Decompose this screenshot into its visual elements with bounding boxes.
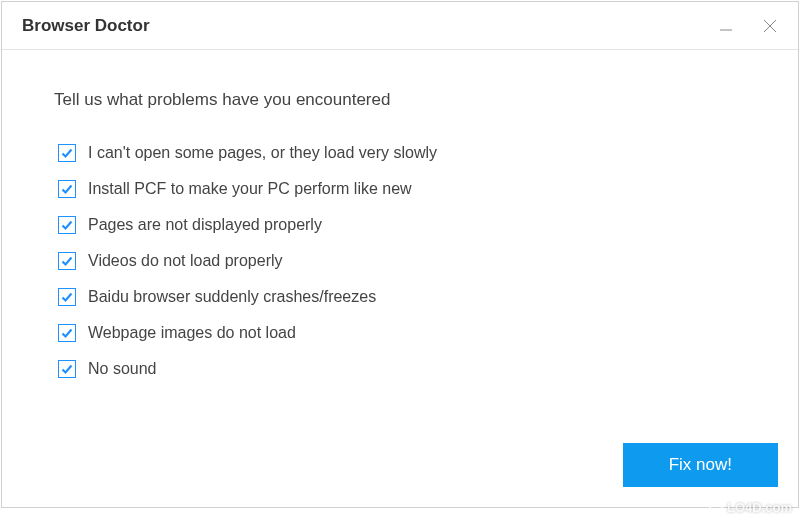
close-button[interactable] [750, 6, 790, 46]
list-item: I can't open some pages, or they load ve… [58, 144, 746, 162]
window-title: Browser Doctor [22, 16, 706, 36]
option-label: Videos do not load properly [88, 252, 283, 270]
content-area: Tell us what problems have you encounter… [2, 50, 798, 507]
list-item: No sound [58, 360, 746, 378]
checkbox-open-pages[interactable] [58, 144, 76, 162]
option-label: Install PCF to make your PC perform like… [88, 180, 412, 198]
option-label: No sound [88, 360, 157, 378]
list-item: Webpage images do not load [58, 324, 746, 342]
check-icon [60, 182, 74, 196]
fix-now-button[interactable]: Fix now! [623, 443, 778, 487]
window-controls [706, 6, 790, 46]
check-icon [60, 326, 74, 340]
titlebar: Browser Doctor [2, 2, 798, 50]
check-icon [60, 254, 74, 268]
checkbox-no-sound[interactable] [58, 360, 76, 378]
check-icon [60, 362, 74, 376]
minimize-button[interactable] [706, 6, 746, 46]
prompt-text: Tell us what problems have you encounter… [54, 90, 746, 110]
checkbox-pages-display[interactable] [58, 216, 76, 234]
checkbox-install-pcf[interactable] [58, 180, 76, 198]
list-item: Videos do not load properly [58, 252, 746, 270]
checkbox-images-load[interactable] [58, 324, 76, 342]
check-icon [60, 290, 74, 304]
list-item: Install PCF to make your PC perform like… [58, 180, 746, 198]
option-label: Baidu browser suddenly crashes/freezes [88, 288, 376, 306]
browser-doctor-window: Browser Doctor Tell us what problems hav… [1, 1, 799, 508]
list-item: Baidu browser suddenly crashes/freezes [58, 288, 746, 306]
options-list: I can't open some pages, or they load ve… [58, 144, 746, 378]
check-icon [60, 146, 74, 160]
option-label: I can't open some pages, or they load ve… [88, 144, 437, 162]
checkbox-crashes[interactable] [58, 288, 76, 306]
list-item: Pages are not displayed properly [58, 216, 746, 234]
checkbox-videos-load[interactable] [58, 252, 76, 270]
close-icon [761, 17, 779, 35]
minimize-icon [718, 18, 734, 34]
option-label: Pages are not displayed properly [88, 216, 322, 234]
option-label: Webpage images do not load [88, 324, 296, 342]
check-icon [60, 218, 74, 232]
